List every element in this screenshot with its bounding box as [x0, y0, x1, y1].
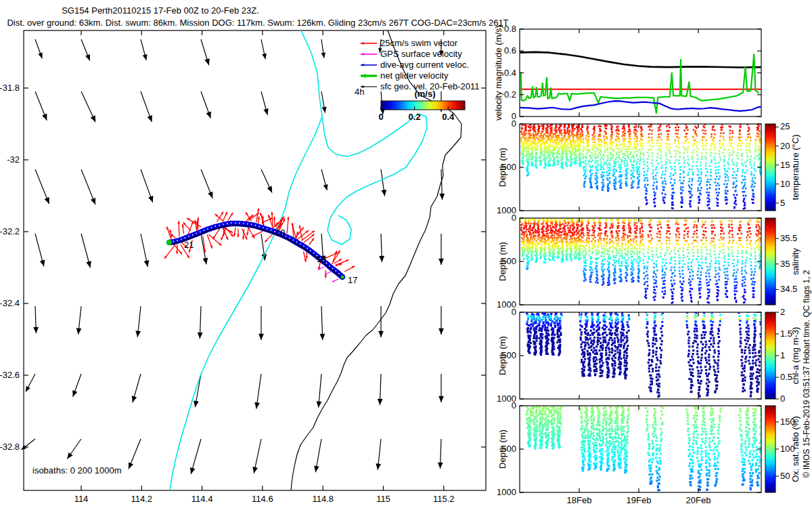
start-position-dot	[340, 275, 344, 278]
glider-track: 21191817	[164, 208, 358, 285]
glider-mission-figure: SG154 Perth20110215 17-Feb 00Z to 20-Feb…	[0, 0, 812, 508]
imos-credit-text: © IMOS 15-Feb-2019 03:51:37 Hobart time.…	[802, 270, 811, 478]
time-tick-label: 18Feb	[567, 495, 592, 505]
chla-panel: 05001000Depth (m)	[497, 307, 763, 404]
map-x-tick-label: 114.6	[252, 494, 273, 504]
panel-y-tick-label: 0	[512, 119, 516, 129]
depth-axis-label: Depth (m)	[497, 336, 508, 375]
panel-y-tick-label: 1000	[497, 487, 516, 497]
colorbar-tick-label: 25	[780, 121, 790, 131]
oxygen-panel: 05001000Depth (m)	[497, 400, 763, 497]
depth-axis-label: Depth (m)	[497, 242, 508, 281]
map-y-tick-label: -32.2	[0, 226, 20, 236]
colorbar-unit-label: salinity	[790, 248, 800, 275]
colorbar: 510152025temperature (°C)	[765, 121, 800, 211]
salinity-panel: 05001000Depth (m)	[497, 213, 764, 310]
isobaths-note-text: isobaths: 0 200 1000m	[32, 465, 122, 475]
panel-y-tick-label: 0.6	[504, 45, 516, 56]
dive-points	[520, 123, 763, 210]
colorbar-unit-label: Ox. sat. ratio (%)	[790, 416, 800, 482]
colorbar-tick-label: 2	[780, 307, 785, 317]
legend-duration-label: 4h	[355, 87, 364, 97]
colorbar-tick-label: 10	[780, 179, 790, 189]
legend-colorbar-tick: 0.4	[442, 112, 455, 122]
colorbar-tick-label: 35	[780, 259, 790, 269]
velocity-frame: 00.20.40.60.8	[504, 24, 761, 121]
legend-item-label: dive-avg current veloc.	[380, 60, 469, 70]
depth-axis-label: Depth (m)	[497, 148, 508, 187]
track-day-label: 17	[348, 275, 357, 285]
colorbar-tick-label: 20	[780, 141, 790, 151]
legend-colorbar-tick: 0	[378, 112, 383, 122]
colorbar-tick-label: 50	[780, 471, 790, 481]
colorbar-unit-label: chl-a (mg m-3)	[790, 327, 800, 385]
map-y-tick-label: -32.8	[0, 442, 20, 452]
colorbar-tick-label: 5	[780, 198, 785, 208]
dive-points	[520, 217, 764, 304]
profile-panels: 00.20.40.60.8velocity magnitude (m/s)050…	[493, 24, 811, 505]
map-y-tick-label: -32	[7, 154, 20, 165]
figure-subtitle: Dist. over ground: 63km. Dist. swum: 86k…	[7, 18, 508, 28]
velocity-series	[520, 52, 761, 113]
panel-y-tick-label: 0.8	[504, 24, 516, 34]
legend-item-label: net glider velocity	[380, 70, 449, 81]
figure-canvas: SG154 Perth20110215 17-Feb 00Z to 20-Feb…	[0, 0, 812, 508]
colorbar: 50100150Ox. sat. ratio (%)	[765, 406, 800, 492]
panel-y-tick-label: 0	[512, 307, 516, 317]
colorbar-tick-label: 1	[780, 350, 785, 360]
credit: © IMOS 15-Feb-2019 03:51:37 Hobart time.…	[802, 270, 811, 478]
dive-points	[526, 310, 763, 398]
map-y-tick-label: -32.4	[0, 298, 20, 308]
latest-position-dot	[166, 240, 172, 245]
map-x-tick-label: 114.8	[312, 494, 334, 504]
surface-fix-dots	[169, 223, 342, 276]
colorbar-tick-label: 34.5	[780, 284, 797, 294]
time-tick-label: 20Feb	[686, 495, 711, 505]
colorbar: 34.53535.5salinity	[765, 218, 800, 305]
velocity-panel: 00.20.40.60.8velocity magnitude (m/s)	[493, 24, 761, 121]
figure-title: SG154 Perth20110215 17-Feb 00Z to 20-Feb…	[62, 5, 259, 16]
temperature-panel: 05001000Depth (m)	[497, 119, 764, 215]
legend-item-label: 25cm/s swim vector	[380, 38, 458, 48]
map-legend: 25cm/s swim vectorGPS surface velocitydi…	[355, 38, 479, 122]
panel-y-tick-label: 0	[512, 213, 516, 223]
legend-colorbar-title: (m/s)	[414, 89, 435, 99]
colorbar-tick-label: 0	[780, 394, 785, 404]
colorbar-unit-label: temperature (°C)	[790, 135, 800, 200]
track-day-label: 18	[317, 254, 326, 264]
panel-y-tick-label: 0	[512, 400, 516, 410]
isobaths-note: isobaths: 0 200 1000m	[32, 465, 122, 475]
track-day-label: 19	[275, 228, 285, 238]
colorbar-tick-label: 15	[780, 160, 790, 170]
panel-y-tick-label: 0.2	[504, 89, 516, 100]
map-y-tick-label: -32.6	[0, 370, 20, 380]
map-x-tick-label: 114.2	[131, 494, 153, 504]
map-plot: 114114.2114.4114.6114.8115115.2-31.8-32-…	[0, 30, 486, 504]
legend-colorbar-tick: 0.2	[409, 112, 421, 122]
colorbar: 00.511.52chl-a (mg m-3)	[765, 307, 800, 404]
time-tick-label: 19Feb	[627, 495, 652, 505]
map-x-tick-label: 114.4	[191, 494, 213, 504]
map-x-tick-label: 115	[376, 494, 390, 504]
colorbar-tick-label: 35.5	[780, 233, 797, 243]
dive-avg-band	[169, 224, 342, 277]
depth-axis-label: Depth (m)	[497, 429, 508, 469]
time-axis-labels: 18Feb19Feb20Feb	[567, 495, 711, 505]
track-day-label: 21	[184, 240, 194, 250]
map-x-tick-label: 114	[74, 494, 89, 504]
legend-item-label: GPS surface velocity	[380, 49, 462, 59]
map-x-tick-label: 115.2	[433, 494, 455, 504]
map-y-tick-label: -31.8	[0, 83, 20, 93]
panel-y-tick-label: 0.4	[504, 68, 516, 78]
velocity-y-label: velocity magnitude (m/s)	[493, 25, 503, 121]
dive-points	[526, 404, 763, 491]
isobath-lines	[170, 30, 427, 490]
